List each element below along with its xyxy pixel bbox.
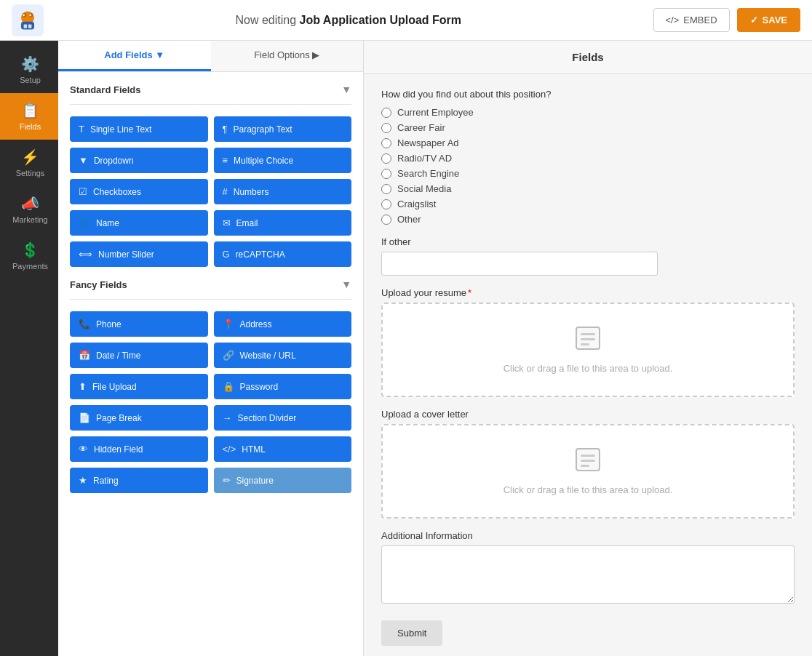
resume-upload-text: Click or drag a file to this area to upl…: [397, 363, 779, 374]
radio-option-5: Social Media: [381, 183, 795, 194]
form-content: How did you find out about this position…: [364, 74, 812, 656]
field-btn-dropdown[interactable]: ▼ Dropdown: [70, 148, 208, 173]
top-bar-actions: </> EMBED ✓ SAVE: [653, 8, 800, 32]
gear-icon: ⚙️: [21, 55, 39, 73]
standard-fields-grid: T Single Line Text ¶ Paragraph Text ▼ Dr…: [70, 116, 351, 267]
radio-input-6[interactable]: [381, 199, 391, 209]
field-btn-hidden-field[interactable]: 👁 Hidden Field: [70, 436, 208, 462]
resume-upload-area[interactable]: Click or drag a file to this area to upl…: [381, 303, 795, 397]
fancy-fields-chevron: ▼: [341, 279, 351, 290]
form-area: Fields How did you find out about this p…: [364, 41, 812, 656]
field-btn-email[interactable]: ✉ Email: [214, 210, 352, 236]
sidebar-item-setup[interactable]: ⚙️ Setup: [0, 47, 58, 93]
field-btn-single-line-text[interactable]: T Single Line Text: [70, 116, 208, 142]
svg-rect-11: [581, 333, 595, 335]
radio-input-5[interactable]: [381, 184, 391, 194]
tab-field-options[interactable]: Field Options ▶: [211, 41, 364, 71]
radio-input-7[interactable]: [381, 215, 391, 225]
payments-icon: 💲: [21, 241, 39, 259]
if-other-input[interactable]: [381, 252, 658, 276]
field-btn-recaptcha[interactable]: G reCAPTCHA: [214, 241, 352, 267]
field-btn-section-divider[interactable]: → Section Divider: [214, 405, 352, 431]
radio-input-0[interactable]: [381, 108, 391, 118]
sidebar: ⚙️ Setup 📋 Fields ⚡ Settings 📣 Marketing…: [0, 41, 58, 656]
email-icon: ✉: [223, 217, 231, 228]
sidebar-item-payments[interactable]: 💲 Payments: [0, 233, 58, 279]
cover-letter-label: Upload a cover letter: [381, 409, 795, 420]
radio-input-4[interactable]: [381, 169, 391, 179]
cover-letter-upload-area[interactable]: Click or drag a file to this area to upl…: [381, 424, 795, 519]
sidebar-item-marketing[interactable]: 📣 Marketing: [0, 186, 58, 233]
field-btn-file-upload[interactable]: ⬆ File Upload: [70, 374, 208, 399]
field-btn-signature[interactable]: ✏ Signature: [214, 468, 352, 493]
address-icon: 📍: [223, 319, 234, 329]
text-icon: T: [79, 124, 84, 135]
radio-option-1: Career Fair: [381, 122, 795, 133]
field-btn-name[interactable]: 👤 Name: [70, 210, 208, 236]
radio-input-1[interactable]: [381, 123, 391, 133]
field-btn-password[interactable]: 🔒 Password: [214, 374, 352, 399]
svg-rect-12: [581, 338, 595, 340]
additional-info-label: Additional Information: [381, 530, 795, 541]
fancy-fields-header[interactable]: Fancy Fields ▼: [70, 279, 351, 290]
standard-divider: [70, 104, 351, 105]
embed-button[interactable]: </> EMBED: [653, 8, 730, 32]
field-btn-html[interactable]: </> HTML: [214, 436, 352, 462]
field-btn-numbers[interactable]: # Numbers: [214, 179, 352, 204]
link-icon: 🔗: [223, 350, 234, 361]
marketing-icon: 📣: [21, 195, 39, 212]
star-icon: ★: [79, 475, 87, 486]
submit-button[interactable]: Submit: [381, 620, 442, 646]
slider-icon: ⟺: [79, 249, 92, 260]
dropdown-icon: ▼: [79, 155, 88, 166]
main-layout: ⚙️ Setup 📋 Fields ⚡ Settings 📣 Marketing…: [0, 41, 812, 656]
svg-rect-8: [24, 24, 28, 28]
numbers-icon: #: [223, 186, 228, 197]
radio-option-3: Radio/TV AD: [381, 153, 795, 164]
field-btn-paragraph-text[interactable]: ¶ Paragraph Text: [214, 116, 352, 142]
svg-rect-9: [28, 24, 32, 28]
section-divider-icon: →: [223, 412, 232, 423]
standard-fields-chevron: ▼: [341, 84, 351, 95]
svg-point-5: [29, 14, 31, 16]
check-icon: ✓: [750, 15, 758, 25]
radio-option-6: Craigslist: [381, 199, 795, 209]
fancy-divider: [70, 299, 351, 300]
lock-icon: 🔒: [223, 381, 234, 392]
recaptcha-icon: G: [223, 249, 230, 260]
field-btn-number-slider[interactable]: ⟺ Number Slider: [70, 241, 208, 267]
phone-icon: 📞: [79, 319, 90, 329]
field-btn-address[interactable]: 📍 Address: [214, 311, 352, 337]
additional-info-input[interactable]: [381, 545, 795, 604]
embed-icon: </>: [666, 15, 680, 25]
form-name: Job Application Upload Form: [300, 14, 462, 26]
save-button[interactable]: ✓ SAVE: [737, 8, 800, 32]
field-btn-phone[interactable]: 📞 Phone: [70, 311, 208, 337]
radio-option-0: Current Employee: [381, 107, 795, 118]
radio-input-3[interactable]: [381, 153, 391, 164]
svg-rect-16: [581, 460, 595, 462]
panel-scroll[interactable]: Standard Fields ▼ T Single Line Text ¶ P…: [58, 72, 363, 656]
cover-letter-upload-text: Click or drag a file to this area to upl…: [397, 484, 779, 495]
signature-icon: ✏: [223, 475, 231, 486]
sidebar-item-fields[interactable]: 📋 Fields: [0, 93, 58, 140]
field-btn-date-time[interactable]: 📅 Date / Time: [70, 343, 208, 368]
field-btn-checkboxes[interactable]: ☑ Checkboxes: [70, 179, 208, 204]
resume-label: Upload your resume*: [381, 287, 795, 298]
radio-option-7: Other: [381, 214, 795, 225]
radio-group: Current EmployeeCareer FairNewspaper AdR…: [381, 107, 795, 225]
radio-input-2[interactable]: [381, 138, 391, 148]
sidebar-item-settings[interactable]: ⚡ Settings: [0, 140, 58, 186]
standard-fields-header[interactable]: Standard Fields ▼: [70, 84, 351, 95]
checkbox-icon: ☑: [79, 186, 87, 197]
cover-letter-upload-icon: [397, 447, 779, 479]
radio-option-4: Search Engine: [381, 168, 795, 179]
upload-icon: ⬆: [79, 381, 87, 392]
field-btn-page-break[interactable]: 📄 Page Break: [70, 405, 208, 431]
tab-add-fields[interactable]: Add Fields ▼: [58, 41, 211, 71]
field-btn-rating[interactable]: ★ Rating: [70, 468, 208, 493]
field-btn-website-url[interactable]: 🔗 Website / URL: [214, 343, 352, 368]
field-btn-multiple-choice[interactable]: ≡ Multiple Choice: [214, 148, 352, 173]
resume-upload-icon: [397, 326, 779, 357]
fields-panel: Add Fields ▼ Field Options ▶ Standard Fi…: [58, 41, 364, 656]
